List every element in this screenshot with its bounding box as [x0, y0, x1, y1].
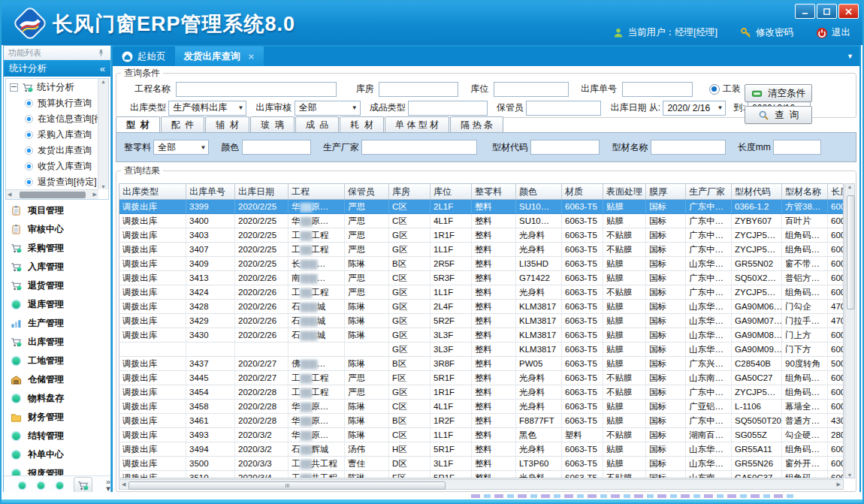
table-cell[interactable]: G区 [389, 328, 430, 343]
table-cell[interactable]: 6000 [828, 285, 844, 300]
table-cell[interactable]: 贴膜 [603, 357, 646, 371]
sidebar-menu-item[interactable]: 项目管理 [4, 201, 110, 220]
column-header[interactable]: 长度 [828, 184, 844, 200]
table-cell[interactable]: 不贴膜 [603, 471, 646, 479]
table-cell[interactable]: 贴膜 [603, 200, 646, 214]
table-cell[interactable]: G区 [389, 343, 430, 357]
table-cell[interactable]: F区 [389, 471, 430, 479]
table-cell[interactable]: 山东华… [686, 328, 732, 343]
sidebar-menu-item[interactable]: 退货管理 [4, 276, 110, 295]
table-row[interactable]: 调拨出库34282020/2/26石▓▓▓城陈琳G区2L4F整料KLM38176… [119, 300, 844, 314]
sidebar-menu-item[interactable]: 采购管理 [4, 239, 110, 258]
table-cell[interactable]: 2020/2/26 [235, 285, 289, 300]
column-header[interactable]: 保管员 [345, 184, 389, 200]
table-cell[interactable]: 调拨出库 [119, 428, 186, 442]
table-cell[interactable]: 光身料 [516, 471, 562, 479]
table-cell[interactable]: 5000 [828, 357, 844, 371]
sidebar-menu-item[interactable]: 结转管理 [4, 427, 110, 445]
table-cell[interactable]: B区 [389, 357, 430, 371]
column-header[interactable]: 生产厂家 [686, 184, 732, 200]
table-cell[interactable]: 国标 [646, 257, 686, 271]
table-cell[interactable]: ZYCJP5… [732, 243, 782, 257]
table-cell[interactable]: 3399 [186, 200, 235, 214]
table-cell[interactable]: 陈琳 [345, 257, 389, 271]
table-cell[interactable]: 国标 [646, 385, 686, 400]
sidebar-menu-item[interactable]: 仓储管理 [4, 370, 110, 389]
table-cell[interactable]: GA90M06… [732, 300, 782, 314]
table-cell[interactable]: 贴膜 [603, 257, 646, 271]
profile-code-input[interactable] [530, 140, 600, 155]
table-row[interactable]: 调拨出库34542020/2/28工▓▓工程严思G区1R1F整料光身料6063-… [119, 385, 844, 400]
pin-icon[interactable] [96, 48, 106, 58]
table-cell[interactable]: 贴膜 [603, 414, 646, 428]
sidebar-menu-item[interactable]: 入库管理 [4, 258, 110, 276]
column-header[interactable]: 工程 [289, 184, 345, 200]
table-cell[interactable]: 不贴膜 [603, 428, 646, 442]
table-cell[interactable]: 6063-T5 [562, 471, 603, 479]
sidebar-menu-item[interactable]: 出库管理 [4, 333, 110, 352]
table-cell[interactable]: 3493 [186, 428, 235, 442]
table-cell[interactable]: 4700 [828, 314, 844, 328]
table-cell[interactable]: 6063-T5 [562, 385, 603, 400]
table-cell[interactable]: 贴膜 [603, 343, 646, 357]
horizontal-scroll-thumb[interactable] [128, 481, 446, 490]
table-row[interactable]: 调拨出库34372020/2/27佛▓▓▓…陈琳B区3R8F整料PW056063… [119, 357, 844, 371]
table-cell[interactable]: ZYCJP5… [732, 385, 782, 400]
table-cell[interactable]: 6063-T5 [562, 214, 603, 228]
table-cell[interactable]: 整料 [472, 371, 516, 385]
tab-overflow-icon[interactable]: ▼ [847, 53, 853, 60]
table-cell[interactable]: 勾企硬… [782, 428, 828, 442]
sidebar-menu-item[interactable]: 补单中心 [4, 445, 110, 464]
table-cell[interactable]: 整料 [472, 428, 516, 442]
table-cell[interactable]: 2020/2/25 [235, 257, 289, 271]
table-cell[interactable]: H区 [389, 442, 430, 457]
table-cell[interactable]: 6000 [828, 385, 844, 400]
table-cell[interactable]: 国标 [646, 414, 686, 428]
table-cell[interactable]: 国标 [646, 457, 686, 471]
table-cell[interactable]: B区 [389, 414, 430, 428]
column-header[interactable]: 出库单号 [186, 184, 235, 200]
sidebar-menu-item[interactable]: 物料盘存 [4, 389, 110, 408]
table-cell[interactable]: 普通方… [782, 414, 828, 428]
scroll-up-icon[interactable]: ▲ [847, 184, 853, 189]
table-cell[interactable]: 广东中… [686, 385, 732, 400]
table-cell[interactable]: 6063-T5 [562, 371, 603, 385]
logout-link[interactable]: 退出 [816, 26, 850, 39]
tree-item[interactable]: 预算执行查询 [6, 95, 108, 111]
column-header[interactable]: 颜色 [516, 184, 562, 200]
table-cell[interactable]: 整料 [472, 357, 516, 371]
table-cell[interactable]: KLM3817 [516, 300, 562, 314]
table-cell[interactable]: 4L1F [430, 400, 472, 414]
table-cell[interactable]: 石▓▓▓城 [289, 314, 345, 328]
table-cell[interactable]: 佛▓▓▓… [289, 357, 345, 371]
table-row[interactable]: 调拨出库34302020/2/26石▓▓▓城陈琳G区3L3F整料KLM38176… [119, 328, 844, 343]
table-cell[interactable]: 国标 [646, 428, 686, 442]
table-cell[interactable]: 贴膜 [603, 328, 646, 343]
column-header[interactable]: 型材名称 [782, 184, 828, 200]
table-cell[interactable]: 华▓▓原… [289, 428, 345, 442]
tab-home[interactable]: 起始页 [113, 47, 175, 66]
table-cell[interactable]: 山东华… [686, 314, 732, 328]
table-row[interactable]: 调拨出库34242020/2/26工▓▓工程严思G区1L1F整料光身料6063-… [119, 285, 844, 300]
table-cell[interactable]: 石▓▓辉城 [289, 442, 345, 457]
table-cell[interactable]: 组角码… [782, 285, 828, 300]
table-cell[interactable]: 2020/2/26 [235, 314, 289, 328]
table-cell[interactable]: 工▓▓工程 [289, 285, 345, 300]
table-cell[interactable]: KLM3817 [516, 314, 562, 328]
table-cell[interactable]: 3430 [186, 328, 235, 343]
table-cell[interactable]: 6063-T5 [562, 400, 603, 414]
table-cell[interactable]: 组角码… [782, 442, 828, 457]
color-input[interactable] [242, 140, 311, 155]
table-cell[interactable]: 国标 [646, 357, 686, 371]
product-type-input[interactable] [408, 101, 488, 116]
table-cell[interactable]: 2020/2/25 [235, 214, 289, 228]
tree-expander-icon[interactable] [10, 83, 18, 92]
table-cell[interactable]: 光身料 [516, 400, 562, 414]
warehouse-input[interactable] [379, 82, 458, 97]
table-cell[interactable]: 国标 [646, 328, 686, 343]
table-cell[interactable]: 国标 [646, 343, 686, 357]
table-cell[interactable]: 6000 [828, 442, 844, 457]
material-tab[interactable]: 辅 材 [205, 116, 249, 132]
length-input[interactable] [773, 140, 821, 155]
table-cell[interactable]: GR55A11 [732, 442, 782, 457]
